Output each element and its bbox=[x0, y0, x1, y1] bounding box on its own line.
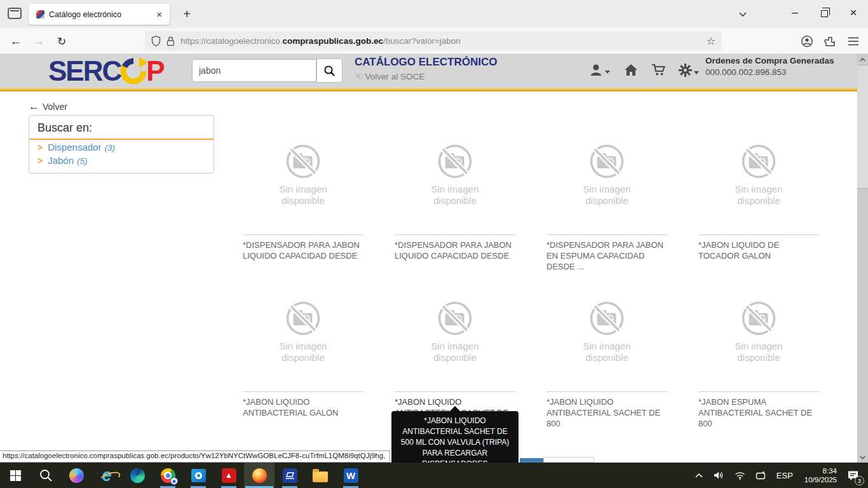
orders-label: Ordenes de Compra Generadas bbox=[705, 56, 858, 65]
bookmark-star-icon[interactable]: ☆ bbox=[707, 35, 715, 47]
acrobat-icon: ▲ bbox=[222, 468, 236, 483]
search-input[interactable] bbox=[192, 59, 316, 82]
extensions-puzzle-icon[interactable] bbox=[820, 32, 839, 51]
user-menu-button[interactable] bbox=[590, 64, 610, 76]
taskbar-chrome-button[interactable]: ☻ bbox=[153, 463, 183, 488]
card-divider bbox=[698, 391, 819, 392]
taskbar-acrobat-button[interactable]: ▲ bbox=[214, 463, 244, 488]
shield-icon[interactable] bbox=[151, 36, 161, 46]
product-card[interactable]: Sin imagendisponible *JABON LIQUIDO ANTI… bbox=[546, 291, 667, 448]
tray-expand-chevron-icon[interactable] bbox=[689, 473, 709, 478]
product-card[interactable]: Sin imagendisponible *DISPENSADOR PARA J… bbox=[546, 134, 667, 291]
restore-button[interactable] bbox=[810, 0, 839, 25]
no-image-text: Sin imagen bbox=[279, 341, 327, 351]
product-card[interactable]: Sin imagendisponible *JABON LIQUIDO DE T… bbox=[698, 134, 819, 291]
forward-button[interactable]: → bbox=[29, 32, 48, 51]
camera-slash-icon bbox=[588, 300, 625, 337]
start-button[interactable] bbox=[0, 463, 31, 488]
no-image-placeholder: Sin imagendisponible bbox=[698, 143, 819, 207]
filter-item-dispensador[interactable]: > Dispensador (3) bbox=[29, 140, 214, 153]
product-title[interactable]: *JABON LIQUIDO DE TOCADOR GALON bbox=[698, 240, 819, 261]
filter-item-jabon[interactable]: > Jabón (5) bbox=[29, 153, 214, 166]
search-icon bbox=[39, 468, 53, 482]
gear-icon bbox=[679, 64, 692, 77]
product-title[interactable]: *JABON LIQUIDO ANTIBACTERIAL GALON bbox=[243, 396, 363, 418]
no-image-text: Sin imagen bbox=[431, 341, 478, 351]
product-title[interactable]: *DISPENSADOR PARA JABON LIQUIDO CAPACIDA… bbox=[395, 240, 515, 261]
date: 10/9/2025 bbox=[804, 475, 837, 484]
browser-tab[interactable]: Catálogo electrónico × bbox=[29, 4, 170, 25]
tray-device-icon[interactable] bbox=[750, 471, 771, 480]
taskbar-clock[interactable]: 8:34 10/9/2025 bbox=[798, 466, 843, 484]
firefox-view-icon[interactable] bbox=[8, 8, 22, 19]
product-title[interactable]: *DISPENSADOR PARA JABON EN ESPUMA CAPACI… bbox=[546, 240, 667, 272]
card-divider bbox=[546, 391, 667, 392]
url-bar[interactable]: https://catalogoelectronico.compraspubli… bbox=[145, 31, 722, 51]
taskbar-ie-button[interactable]: e bbox=[92, 463, 122, 488]
taskbar-outlook-button[interactable] bbox=[183, 463, 214, 488]
account-icon[interactable] bbox=[797, 32, 817, 51]
product-title[interactable]: *JABON LIQUIDO ANTIBACTERIAL SACHET DE 8… bbox=[546, 396, 667, 429]
card-divider bbox=[395, 391, 515, 392]
volver-soce-link[interactable]: ☜Volver al SOCE bbox=[355, 71, 424, 82]
taskbar-scanner-button[interactable] bbox=[275, 463, 305, 488]
tab-close-icon[interactable]: × bbox=[154, 9, 165, 20]
cart-icon bbox=[651, 64, 666, 76]
no-image-placeholder: Sin imagendisponible bbox=[395, 300, 515, 363]
link-status-bar: https://catalogoelectronico.compraspubli… bbox=[0, 451, 390, 463]
card-divider bbox=[395, 234, 515, 235]
logo-o-swirl bbox=[120, 57, 147, 85]
back-arrow-icon: ← bbox=[29, 100, 39, 112]
no-image-placeholder: Sin imagendisponible bbox=[698, 300, 819, 363]
firefox-icon bbox=[252, 468, 267, 483]
back-link[interactable]: ←Volver bbox=[29, 100, 67, 113]
language-indicator[interactable]: ESP bbox=[771, 471, 798, 480]
reload-button[interactable]: ↻ bbox=[52, 32, 71, 51]
close-window-button[interactable]: × bbox=[839, 0, 868, 25]
catalog-title: CATÁLOGO ELECTRÓNICO bbox=[355, 56, 497, 69]
scroll-down-arrow-icon[interactable] bbox=[857, 452, 868, 463]
home-button[interactable] bbox=[624, 64, 638, 76]
filter-panel: Buscar en: > Dispensador (3) > Jabón (5) bbox=[29, 115, 214, 173]
camera-slash-icon bbox=[285, 143, 322, 180]
camera-slash-icon bbox=[740, 143, 777, 180]
scrollbar-thumb[interactable] bbox=[857, 65, 868, 189]
no-image-placeholder: Sin imagendisponible bbox=[243, 143, 363, 207]
taskbar-search-button[interactable] bbox=[31, 463, 61, 488]
product-title[interactable]: *JABON ESPUMA ANTIBACTERIAL SACHET DE 80… bbox=[698, 396, 819, 429]
taskbar-edge-button[interactable] bbox=[122, 463, 153, 488]
volume-icon[interactable] bbox=[709, 471, 729, 480]
product-title[interactable]: *DISPENSADOR PARA JABON LIQUIDO CAPACIDA… bbox=[243, 240, 363, 261]
minimize-button[interactable]: – bbox=[780, 0, 810, 25]
taskbar-firefox-button[interactable] bbox=[244, 463, 275, 488]
chevron-right-icon: > bbox=[37, 156, 43, 166]
scroll-up-arrow-icon[interactable] bbox=[857, 54, 868, 65]
product-card[interactable]: Sin imagendisponible *JABON ESPUMA ANTIB… bbox=[698, 291, 819, 448]
sercop-logo[interactable]: SERC P bbox=[48, 56, 164, 86]
menu-hamburger-icon[interactable] bbox=[844, 32, 863, 51]
no-image-text: Sin imagen bbox=[583, 341, 630, 351]
settings-menu-button[interactable] bbox=[679, 64, 699, 77]
search-button[interactable] bbox=[316, 58, 342, 83]
page-scrollbar[interactable] bbox=[857, 54, 868, 463]
new-tab-button[interactable]: + bbox=[178, 6, 196, 24]
product-card[interactable]: Sin imagendisponible *DISPENSADOR PARA J… bbox=[395, 134, 515, 291]
taskbar-word-button[interactable]: W bbox=[336, 463, 366, 488]
windows-taskbar: e ☻ ▲ W ESP 8:34 10/9/2025 3 bbox=[0, 463, 868, 488]
no-image-placeholder: Sin imagendisponible bbox=[546, 143, 667, 207]
tab-title: Catálogo electrónico bbox=[49, 10, 154, 19]
product-card[interactable]: Sin imagendisponible *DISPENSADOR PARA J… bbox=[243, 134, 363, 291]
lock-icon[interactable] bbox=[166, 36, 175, 46]
back-button[interactable]: ← bbox=[6, 32, 25, 51]
camera-slash-icon bbox=[437, 300, 473, 337]
taskbar-copilot-button[interactable] bbox=[61, 463, 92, 488]
notification-center-button[interactable]: 3 bbox=[843, 470, 868, 481]
wifi-icon[interactable] bbox=[729, 471, 750, 480]
list-tabs-chevron-icon[interactable] bbox=[736, 8, 750, 20]
taskbar-explorer-button[interactable] bbox=[305, 463, 336, 488]
chevron-right-icon: > bbox=[37, 142, 43, 152]
camera-slash-icon bbox=[285, 300, 322, 337]
camera-slash-icon bbox=[588, 143, 625, 180]
cart-button[interactable] bbox=[651, 64, 666, 76]
product-card[interactable]: Sin imagendisponible *JABON LIQUIDO ANTI… bbox=[243, 291, 363, 448]
